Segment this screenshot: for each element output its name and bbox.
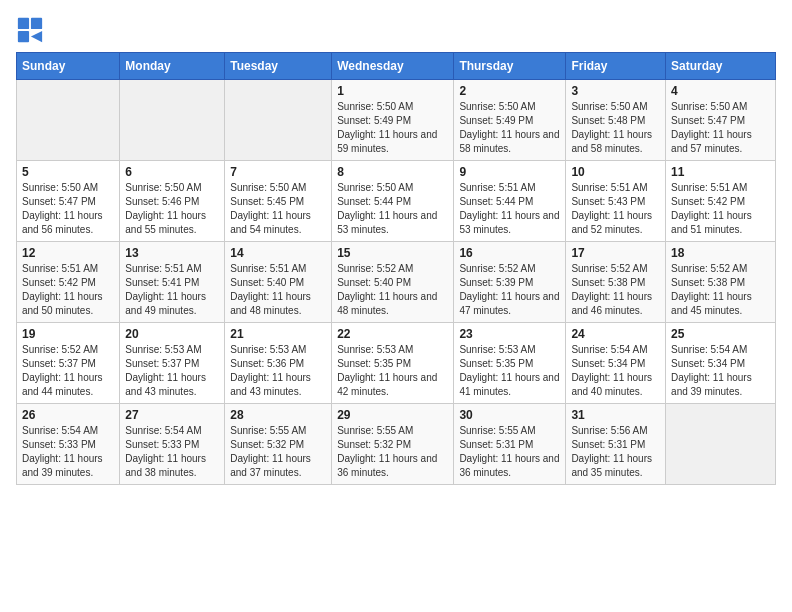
calendar-cell: 11Sunrise: 5:51 AM Sunset: 5:42 PM Dayli… — [666, 161, 776, 242]
day-number: 11 — [671, 165, 770, 179]
calendar-row-4: 26Sunrise: 5:54 AM Sunset: 5:33 PM Dayli… — [17, 404, 776, 485]
calendar-cell: 16Sunrise: 5:52 AM Sunset: 5:39 PM Dayli… — [454, 242, 566, 323]
calendar-cell: 17Sunrise: 5:52 AM Sunset: 5:38 PM Dayli… — [566, 242, 666, 323]
day-info: Sunrise: 5:56 AM Sunset: 5:31 PM Dayligh… — [571, 424, 660, 480]
day-number: 3 — [571, 84, 660, 98]
page-header — [16, 16, 776, 44]
day-info: Sunrise: 5:52 AM Sunset: 5:39 PM Dayligh… — [459, 262, 560, 318]
day-number: 7 — [230, 165, 326, 179]
day-number: 6 — [125, 165, 219, 179]
day-info: Sunrise: 5:50 AM Sunset: 5:47 PM Dayligh… — [671, 100, 770, 156]
svg-rect-0 — [18, 18, 29, 29]
day-number: 1 — [337, 84, 448, 98]
day-number: 16 — [459, 246, 560, 260]
day-info: Sunrise: 5:51 AM Sunset: 5:40 PM Dayligh… — [230, 262, 326, 318]
day-number: 9 — [459, 165, 560, 179]
calendar-cell: 15Sunrise: 5:52 AM Sunset: 5:40 PM Dayli… — [332, 242, 454, 323]
day-info: Sunrise: 5:53 AM Sunset: 5:36 PM Dayligh… — [230, 343, 326, 399]
day-info: Sunrise: 5:51 AM Sunset: 5:42 PM Dayligh… — [671, 181, 770, 237]
calendar-cell: 22Sunrise: 5:53 AM Sunset: 5:35 PM Dayli… — [332, 323, 454, 404]
calendar-cell: 4Sunrise: 5:50 AM Sunset: 5:47 PM Daylig… — [666, 80, 776, 161]
day-info: Sunrise: 5:55 AM Sunset: 5:31 PM Dayligh… — [459, 424, 560, 480]
day-number: 18 — [671, 246, 770, 260]
day-number: 8 — [337, 165, 448, 179]
day-info: Sunrise: 5:52 AM Sunset: 5:38 PM Dayligh… — [671, 262, 770, 318]
calendar-cell: 25Sunrise: 5:54 AM Sunset: 5:34 PM Dayli… — [666, 323, 776, 404]
calendar-cell — [120, 80, 225, 161]
svg-rect-2 — [18, 31, 29, 42]
calendar-cell — [225, 80, 332, 161]
day-info: Sunrise: 5:52 AM Sunset: 5:37 PM Dayligh… — [22, 343, 114, 399]
day-info: Sunrise: 5:50 AM Sunset: 5:49 PM Dayligh… — [337, 100, 448, 156]
day-number: 19 — [22, 327, 114, 341]
day-number: 17 — [571, 246, 660, 260]
header-cell-sunday: Sunday — [17, 53, 120, 80]
calendar-cell — [17, 80, 120, 161]
day-number: 21 — [230, 327, 326, 341]
calendar-cell: 29Sunrise: 5:55 AM Sunset: 5:32 PM Dayli… — [332, 404, 454, 485]
day-number: 15 — [337, 246, 448, 260]
day-info: Sunrise: 5:50 AM Sunset: 5:47 PM Dayligh… — [22, 181, 114, 237]
calendar-cell: 12Sunrise: 5:51 AM Sunset: 5:42 PM Dayli… — [17, 242, 120, 323]
svg-rect-1 — [31, 18, 42, 29]
calendar-cell: 14Sunrise: 5:51 AM Sunset: 5:40 PM Dayli… — [225, 242, 332, 323]
day-info: Sunrise: 5:52 AM Sunset: 5:40 PM Dayligh… — [337, 262, 448, 318]
calendar-cell: 23Sunrise: 5:53 AM Sunset: 5:35 PM Dayli… — [454, 323, 566, 404]
calendar-cell: 27Sunrise: 5:54 AM Sunset: 5:33 PM Dayli… — [120, 404, 225, 485]
calendar-cell: 30Sunrise: 5:55 AM Sunset: 5:31 PM Dayli… — [454, 404, 566, 485]
day-info: Sunrise: 5:53 AM Sunset: 5:35 PM Dayligh… — [459, 343, 560, 399]
calendar-table: SundayMondayTuesdayWednesdayThursdayFrid… — [16, 52, 776, 485]
day-number: 5 — [22, 165, 114, 179]
calendar-row-2: 12Sunrise: 5:51 AM Sunset: 5:42 PM Dayli… — [17, 242, 776, 323]
calendar-cell: 19Sunrise: 5:52 AM Sunset: 5:37 PM Dayli… — [17, 323, 120, 404]
logo-icon — [16, 16, 44, 44]
day-info: Sunrise: 5:51 AM Sunset: 5:43 PM Dayligh… — [571, 181, 660, 237]
header-row: SundayMondayTuesdayWednesdayThursdayFrid… — [17, 53, 776, 80]
day-number: 12 — [22, 246, 114, 260]
calendar-cell: 20Sunrise: 5:53 AM Sunset: 5:37 PM Dayli… — [120, 323, 225, 404]
day-number: 31 — [571, 408, 660, 422]
header-cell-thursday: Thursday — [454, 53, 566, 80]
day-number: 25 — [671, 327, 770, 341]
calendar-cell: 7Sunrise: 5:50 AM Sunset: 5:45 PM Daylig… — [225, 161, 332, 242]
day-info: Sunrise: 5:50 AM Sunset: 5:45 PM Dayligh… — [230, 181, 326, 237]
calendar-cell: 10Sunrise: 5:51 AM Sunset: 5:43 PM Dayli… — [566, 161, 666, 242]
day-info: Sunrise: 5:55 AM Sunset: 5:32 PM Dayligh… — [230, 424, 326, 480]
header-cell-monday: Monday — [120, 53, 225, 80]
calendar-cell: 6Sunrise: 5:50 AM Sunset: 5:46 PM Daylig… — [120, 161, 225, 242]
day-info: Sunrise: 5:50 AM Sunset: 5:44 PM Dayligh… — [337, 181, 448, 237]
calendar-cell: 1Sunrise: 5:50 AM Sunset: 5:49 PM Daylig… — [332, 80, 454, 161]
day-info: Sunrise: 5:50 AM Sunset: 5:46 PM Dayligh… — [125, 181, 219, 237]
calendar-cell: 24Sunrise: 5:54 AM Sunset: 5:34 PM Dayli… — [566, 323, 666, 404]
day-info: Sunrise: 5:51 AM Sunset: 5:42 PM Dayligh… — [22, 262, 114, 318]
day-number: 24 — [571, 327, 660, 341]
day-number: 2 — [459, 84, 560, 98]
day-info: Sunrise: 5:55 AM Sunset: 5:32 PM Dayligh… — [337, 424, 448, 480]
calendar-cell: 28Sunrise: 5:55 AM Sunset: 5:32 PM Dayli… — [225, 404, 332, 485]
day-number: 30 — [459, 408, 560, 422]
svg-marker-3 — [31, 31, 42, 42]
day-number: 27 — [125, 408, 219, 422]
calendar-cell: 21Sunrise: 5:53 AM Sunset: 5:36 PM Dayli… — [225, 323, 332, 404]
header-cell-tuesday: Tuesday — [225, 53, 332, 80]
calendar-row-1: 5Sunrise: 5:50 AM Sunset: 5:47 PM Daylig… — [17, 161, 776, 242]
calendar-row-3: 19Sunrise: 5:52 AM Sunset: 5:37 PM Dayli… — [17, 323, 776, 404]
logo — [16, 16, 48, 44]
header-cell-wednesday: Wednesday — [332, 53, 454, 80]
calendar-cell: 2Sunrise: 5:50 AM Sunset: 5:49 PM Daylig… — [454, 80, 566, 161]
day-info: Sunrise: 5:51 AM Sunset: 5:41 PM Dayligh… — [125, 262, 219, 318]
day-info: Sunrise: 5:50 AM Sunset: 5:48 PM Dayligh… — [571, 100, 660, 156]
calendar-row-0: 1Sunrise: 5:50 AM Sunset: 5:49 PM Daylig… — [17, 80, 776, 161]
day-info: Sunrise: 5:54 AM Sunset: 5:34 PM Dayligh… — [671, 343, 770, 399]
day-number: 10 — [571, 165, 660, 179]
day-number: 4 — [671, 84, 770, 98]
day-info: Sunrise: 5:50 AM Sunset: 5:49 PM Dayligh… — [459, 100, 560, 156]
day-number: 28 — [230, 408, 326, 422]
calendar-cell: 9Sunrise: 5:51 AM Sunset: 5:44 PM Daylig… — [454, 161, 566, 242]
day-info: Sunrise: 5:53 AM Sunset: 5:37 PM Dayligh… — [125, 343, 219, 399]
calendar-cell: 26Sunrise: 5:54 AM Sunset: 5:33 PM Dayli… — [17, 404, 120, 485]
day-info: Sunrise: 5:51 AM Sunset: 5:44 PM Dayligh… — [459, 181, 560, 237]
day-number: 13 — [125, 246, 219, 260]
header-cell-friday: Friday — [566, 53, 666, 80]
day-info: Sunrise: 5:52 AM Sunset: 5:38 PM Dayligh… — [571, 262, 660, 318]
